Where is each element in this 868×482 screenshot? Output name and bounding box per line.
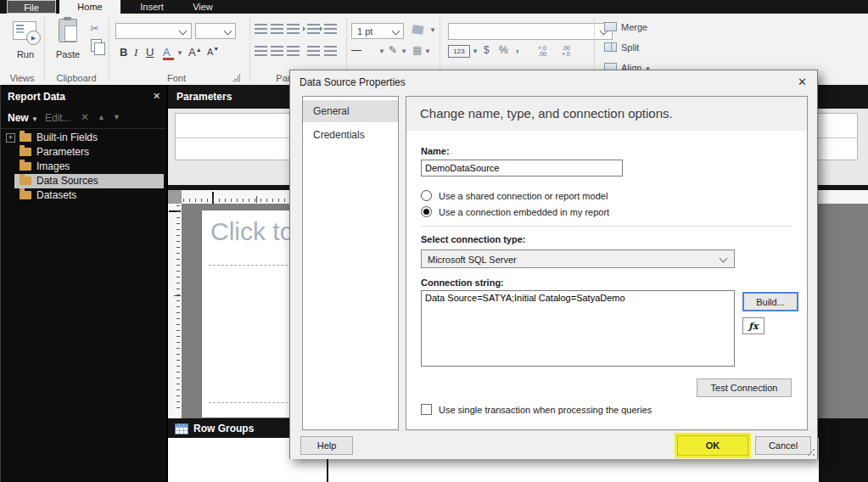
font-dialog-launcher-icon[interactable] [232, 74, 240, 81]
ok-button[interactable]: OK [677, 435, 748, 456]
shrink-font-button[interactable]: A▼ [207, 46, 219, 57]
dialog-nav: General Credentials [302, 96, 399, 430]
line-style-button[interactable]: — [351, 44, 377, 56]
nav-item-general[interactable]: General [303, 100, 398, 122]
split-button[interactable]: Split [621, 42, 639, 53]
tree-item-built-in-fields[interactable]: + Built-in Fields [1, 131, 167, 145]
parameters-title: Parameters [176, 91, 232, 103]
align-top-icon[interactable] [255, 24, 267, 34]
nav-item-credentials[interactable]: Credentials [303, 124, 398, 146]
tab-insert[interactable]: Insert [127, 0, 176, 14]
font-family-select[interactable] [115, 23, 192, 39]
split-icon [604, 42, 617, 52]
chevron-down-icon [179, 27, 188, 36]
expand-icon[interactable]: + [6, 133, 15, 143]
dialog-close-icon[interactable]: ✕ [798, 76, 807, 88]
align-center-icon[interactable] [271, 46, 283, 56]
border-width-value: 1 pt [357, 26, 372, 36]
comma-button[interactable]: , [516, 42, 518, 54]
copy-icon[interactable] [91, 39, 102, 52]
edit-button[interactable]: Edit... [45, 112, 71, 124]
tree-item-data-sources[interactable]: Data Sources [14, 174, 164, 188]
fill-color-icon[interactable] [412, 25, 423, 35]
font-color-button[interactable]: A [163, 46, 174, 60]
folder-icon [20, 162, 31, 171]
shared-connection-radio[interactable] [421, 190, 432, 201]
tree-item-label: Built-in Fields [36, 131, 98, 145]
align-bottom-icon[interactable] [287, 24, 300, 34]
decrease-indent-icon[interactable] [307, 24, 320, 34]
decrease-decimal-button[interactable]: .00+.0 [552, 45, 570, 57]
build-button[interactable]: Build... [742, 292, 798, 311]
ruler-origin-tick [212, 192, 214, 204]
paste-label: Paste [51, 49, 85, 59]
move-up-icon[interactable]: ▲ [98, 113, 105, 121]
merge-button[interactable]: Merge [621, 22, 647, 32]
borders-icon[interactable]: ▦ [412, 44, 422, 56]
bold-button[interactable]: B [120, 46, 127, 59]
number-format-icon[interactable]: 123 [448, 45, 470, 58]
font-size-select[interactable] [195, 23, 236, 39]
connection-string-textarea[interactable]: Data Source=SATYA;Initial Catalog=SatyaD… [421, 290, 735, 367]
new-button[interactable]: New ▼ [8, 112, 38, 124]
align-left-icon[interactable] [255, 46, 267, 56]
connection-type-value: Microsoft SQL Server [428, 255, 517, 265]
increase-decimal-button[interactable]: +.0.00 [528, 45, 546, 57]
chevron-down-icon [392, 27, 400, 36]
cut-icon[interactable]: ✂ [90, 22, 99, 35]
run-button[interactable]: Run [10, 19, 41, 68]
delete-icon[interactable]: ✕ [81, 111, 89, 123]
tab-file[interactable]: File [7, 0, 56, 14]
group-separator [249, 17, 250, 81]
ribbon-tab-strip: File Home Insert View [0, 0, 868, 14]
chevron-down-icon [720, 255, 728, 263]
currency-button[interactable]: $ [484, 44, 490, 56]
test-connection-button[interactable]: Test Connection [697, 378, 792, 397]
tree-item-images[interactable]: Images [1, 160, 167, 174]
single-transaction-label: Use single transaction when processing t… [439, 405, 652, 415]
cancel-button[interactable]: Cancel [755, 436, 811, 455]
group-label-views: Views [0, 73, 44, 83]
number-format-caret[interactable]: ▼ [472, 48, 479, 55]
paste-button[interactable]: Paste [51, 17, 85, 68]
connection-type-select[interactable]: Microsoft SQL Server [421, 249, 735, 268]
dialog-title: Data Source Properties [300, 76, 406, 88]
border-pen-caret[interactable]: ▼ [400, 48, 407, 55]
align-right-icon[interactable] [287, 46, 300, 56]
report-data-close-icon[interactable]: ✕ [153, 91, 160, 102]
move-down-icon[interactable]: ▼ [113, 113, 120, 121]
border-pen-icon[interactable]: ✎ [389, 44, 397, 56]
expression-fx-button[interactable]: ƒx [742, 317, 764, 334]
numbered-list-icon[interactable] [324, 46, 337, 56]
embedded-connection-radio[interactable] [421, 206, 432, 217]
align-middle-icon[interactable] [271, 24, 283, 34]
borders-caret[interactable]: ▼ [424, 48, 431, 55]
increase-indent-icon[interactable] [324, 24, 337, 34]
report-data-panel: Report Data ✕ New ▼ Edit... ✕ ▲ ▼ + Buil… [0, 85, 166, 482]
font-color-caret[interactable]: ▼ [176, 49, 183, 57]
number-format-select[interactable] [448, 23, 613, 40]
help-button[interactable]: Help [300, 436, 353, 455]
report-builder-window: File Home Insert View Run Views Paste ✂ … [0, 0, 868, 482]
name-input[interactable] [421, 160, 623, 177]
data-source-properties-dialog: Data Source Properties ✕ General Credent… [289, 70, 818, 459]
dialog-content: Change name, type, and connection option… [406, 96, 808, 430]
tab-home[interactable]: Home [59, 0, 120, 14]
resize-grip[interactable] [807, 448, 815, 457]
tab-view[interactable]: View [182, 0, 224, 14]
folder-icon [20, 148, 31, 156]
tree-item-parameters[interactable]: Parameters [1, 145, 167, 160]
italic-button[interactable]: I [134, 46, 137, 59]
line-style-caret[interactable]: ▼ [378, 48, 385, 55]
grow-font-button[interactable]: A▲ [188, 46, 202, 59]
fill-color-caret[interactable]: ▼ [429, 26, 436, 34]
border-width-select[interactable]: 1 pt [351, 23, 404, 39]
bullet-list-icon[interactable] [307, 46, 320, 56]
shared-connection-label: Use a shared connection or report model [439, 191, 608, 201]
percent-button[interactable]: % [499, 44, 508, 56]
tree-item-datasets[interactable]: Datasets [1, 188, 167, 203]
merge-icon [604, 22, 617, 31]
report-data-toolbar: New ▼ Edit... ✕ ▲ ▼ [1, 109, 167, 129]
single-transaction-checkbox[interactable] [421, 404, 432, 415]
underline-button[interactable]: U [146, 46, 154, 59]
